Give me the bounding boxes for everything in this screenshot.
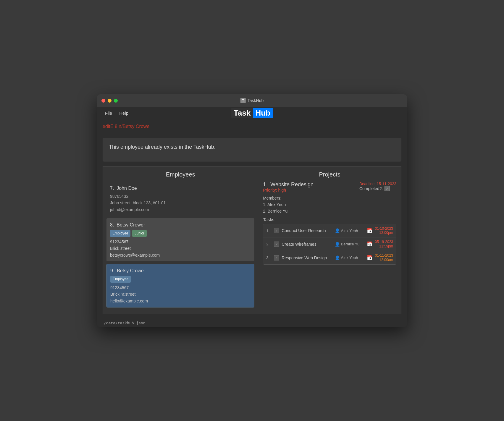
message-box: This employee already exists in the Task…: [103, 138, 401, 161]
message-text: This employee already exists in the Task…: [109, 144, 216, 150]
employee-email: betsycrowe@example.com: [110, 252, 251, 258]
traffic-lights: [101, 99, 118, 103]
employees-panel: Employees 7. John Doe 98765432 John stre…: [103, 166, 258, 314]
employee-email: johnd@example.com: [110, 206, 251, 213]
person-icon: 👤: [335, 242, 340, 247]
task-date: 01-11-2023 12:00am: [375, 253, 393, 262]
logo-task: Task: [231, 108, 253, 118]
menu-bar: File Help Task Hub: [97, 107, 407, 119]
logo-hub: Hub: [253, 108, 273, 118]
task-assignee: 👤 Alex Yeoh: [335, 255, 364, 260]
file-menu[interactable]: File: [101, 107, 116, 119]
title-bar: T TaskHub: [97, 94, 407, 107]
minimize-button[interactable]: [108, 99, 112, 103]
maximize-button[interactable]: [114, 99, 118, 103]
project-members: Members: 1. Alex Yeoh 2. Bernice Yu: [263, 195, 396, 215]
task-assignee: 👤 Alex Yeoh: [335, 228, 364, 233]
help-menu[interactable]: Help: [116, 107, 132, 119]
table-row[interactable]: 3. ✓ Responsive Web Design 👤 Alex Yeoh 📅…: [263, 251, 396, 264]
window-title: T TaskHub: [240, 98, 264, 103]
calendar-icon: 📅: [367, 255, 373, 260]
task-date: 05-19-2023 11:59pm: [375, 240, 393, 248]
employee-name: 9. Betsy Crowe: [110, 267, 251, 275]
divider: [103, 133, 401, 133]
employee-email: hello@example.com: [110, 298, 251, 304]
badge-employee: Employee: [110, 276, 131, 283]
table-row[interactable]: 1. ✓ Conduct User Research 👤 Alex Yeoh 📅…: [263, 224, 396, 238]
help-menu-item[interactable]: Help: [116, 107, 132, 119]
close-button[interactable]: [101, 99, 105, 103]
table-row[interactable]: 2. ✓ Create Wireframes 👤 Bernice Yu 📅 05…: [263, 237, 396, 251]
calendar-icon: 📅: [367, 241, 373, 247]
project-name: 1. Website Redesign: [263, 182, 314, 188]
calendar-icon: 📅: [367, 228, 373, 234]
employee-badges: Employee: [110, 276, 251, 283]
projects-title: Projects: [258, 166, 401, 182]
employees-title: Employees: [103, 166, 258, 182]
projects-panel: Projects 1. Website Redesign Priority: h…: [258, 166, 401, 314]
tasks-container: 1. ✓ Conduct User Research 👤 Alex Yeoh 📅…: [263, 224, 396, 265]
project-header: 1. Website Redesign Priority: high Deadl…: [263, 182, 396, 194]
project-priority: Priority: high: [263, 188, 314, 192]
task-checkbox[interactable]: ✓: [274, 228, 279, 233]
badge-employee: Employee: [110, 230, 130, 237]
employee-address: Brick "a'street: [110, 291, 251, 297]
content-area: editE 8 n/Betsy Crowe This employee alre…: [97, 119, 407, 319]
list-item[interactable]: 9. Betsy Crowe Employee 91234567 Brick "…: [106, 264, 254, 307]
employee-phone: 91234567: [110, 239, 251, 245]
title-label: TaskHub: [248, 98, 264, 103]
completed-checkbox[interactable]: ✓: [385, 186, 390, 191]
status-path: ./data/taskhub.json: [101, 321, 146, 325]
project-deadline: Deadline: 15-11-2023: [359, 182, 396, 186]
employee-phone: 98765432: [110, 193, 251, 200]
task-name: Responsive Web Design: [282, 255, 332, 260]
task-name: Conduct User Research: [282, 228, 332, 233]
task-number: 2.: [266, 242, 272, 246]
status-bar: ./data/taskhub.json: [97, 319, 407, 327]
list-item[interactable]: 7. John Doe 98765432 John street, block …: [106, 182, 254, 216]
task-assignee: 👤 Bernice Yu: [335, 242, 364, 247]
badge-junior: Junior: [132, 230, 147, 237]
task-number: 1.: [266, 229, 272, 233]
list-item[interactable]: 8. Betsy Crower Employee Junior 91234567…: [106, 218, 254, 261]
employees-list[interactable]: 7. John Doe 98765432 John street, block …: [103, 182, 258, 314]
task-checkbox[interactable]: ✓: [274, 242, 279, 247]
tasks-label: Tasks:: [263, 217, 396, 222]
file-menu-item[interactable]: File: [101, 107, 116, 119]
employee-name: 8. Betsy Crower: [110, 221, 251, 229]
employee-address: John street, block 123, #01-01: [110, 200, 251, 206]
person-icon: 👤: [335, 228, 340, 233]
app-icon: T: [240, 98, 246, 103]
employee-name: 7. John Doe: [110, 184, 251, 192]
project-completed: Completed?: ✓: [359, 186, 396, 191]
project-item: 1. Website Redesign Priority: high Deadl…: [263, 182, 396, 265]
employee-address: Brick street: [110, 245, 251, 252]
logo: Task Hub: [231, 108, 273, 118]
person-icon: 👤: [335, 255, 340, 260]
breadcrumb: editE 8 n/Betsy Crowe: [103, 124, 401, 129]
task-checkbox[interactable]: ✓: [274, 255, 279, 260]
projects-content: 1. Website Redesign Priority: high Deadl…: [258, 182, 401, 314]
task-date: 01-10-2023 12:00pm: [375, 226, 393, 235]
employee-badges: Employee Junior: [110, 230, 251, 237]
task-name: Create Wireframes: [282, 242, 332, 247]
task-number: 3.: [266, 255, 272, 260]
app-window: T TaskHub File Help Task Hub editE 8 n/B…: [97, 94, 407, 327]
employee-phone: 91234567: [110, 284, 251, 291]
panels: Employees 7. John Doe 98765432 John stre…: [103, 166, 401, 314]
